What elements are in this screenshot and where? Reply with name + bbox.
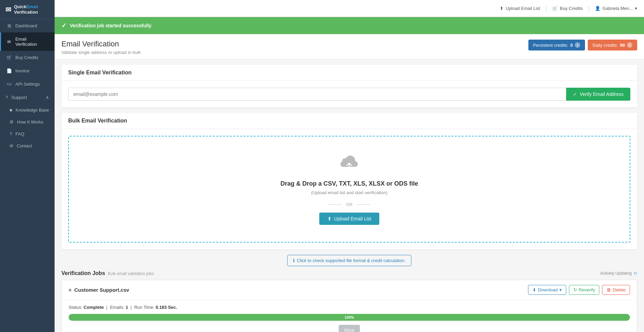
page-subtitle: Validate single address or upload in bul… bbox=[61, 50, 141, 55]
upload-icon: ⬆ bbox=[500, 6, 503, 11]
logo-text-quick: Quick bbox=[14, 4, 26, 9]
sidebar-item-buy-credits[interactable]: 🛒 Buy Credits bbox=[0, 51, 55, 64]
support-chevron-icon: ∧ bbox=[46, 95, 49, 100]
sidebar-item-dashboard[interactable]: ⊞ Dashboard bbox=[0, 19, 55, 32]
knowledge-base-icon: ■ bbox=[10, 107, 12, 113]
sidebar-item-dashboard-label: Dashboard bbox=[15, 23, 37, 28]
sidebar-item-faq-label: FAQ bbox=[15, 131, 24, 136]
app-logo: ✉ QuickEmailVerification bbox=[0, 0, 55, 19]
verify-btn-label: Verify Email Address bbox=[580, 91, 624, 97]
logo-text-verify: Verification bbox=[14, 10, 38, 15]
reverify-label: Reverify bbox=[579, 287, 595, 292]
main-content: ⬆ Upload Email List | 🛒 Buy Credits | 👤 … bbox=[55, 0, 644, 332]
bulk-email-card: Bulk Email Verification Drag & Drop a CS… bbox=[61, 113, 637, 249]
topbar: ⬆ Upload Email List | 🛒 Buy Credits | 👤 … bbox=[55, 0, 644, 17]
jobs-header: Verification Jobs Bulk email validation … bbox=[61, 270, 637, 276]
job-status: Complete bbox=[84, 305, 104, 310]
sidebar-item-invoice-label: Invoice bbox=[15, 68, 29, 73]
persistent-credits-info-icon[interactable]: i bbox=[575, 42, 580, 48]
faq-icon: ? bbox=[10, 131, 12, 136]
drop-zone-subtitle: (Upload email list and start verificatio… bbox=[76, 190, 623, 195]
progress-label: 100% bbox=[345, 315, 354, 319]
sidebar-item-email-verification-label: Email Verification bbox=[15, 37, 49, 47]
user-menu[interactable]: 👤 Gabriela Men... ▾ bbox=[595, 6, 637, 11]
logo-text-email: Email bbox=[26, 4, 38, 9]
sidebar-item-how-it-works[interactable]: ⚙ How It Works bbox=[0, 116, 55, 128]
daily-credits-info-icon[interactable]: i bbox=[627, 42, 632, 48]
verify-icon: ✓ bbox=[573, 91, 577, 97]
sidebar-item-email-verification[interactable]: ✉ Email Verification bbox=[0, 32, 55, 51]
single-email-card: Single Email Verification ✓ Verify Email… bbox=[61, 65, 637, 107]
delete-button[interactable]: 🗑 Delete bbox=[602, 285, 630, 295]
user-label: Gabriela Men... bbox=[602, 6, 633, 11]
job-actions: ⬇ Download ▾ ↻ Reverify 🗑 Delete bbox=[528, 285, 630, 295]
sidebar-item-api-settings-label: API Settings bbox=[15, 82, 40, 87]
page-header: Email Verification Validate single addre… bbox=[55, 34, 644, 59]
job-emails: 1 bbox=[126, 305, 128, 310]
upload-btn-label: Upload Email List bbox=[334, 216, 371, 221]
download-button[interactable]: ⬇ Download ▾ bbox=[528, 285, 566, 295]
success-banner: ✓ Verification job started successfully bbox=[55, 17, 644, 34]
how-it-works-icon: ⚙ bbox=[10, 119, 14, 125]
single-email-card-header: Single Email Verification bbox=[61, 65, 637, 81]
reverify-button[interactable]: ↻ Reverify bbox=[569, 285, 600, 295]
persistent-credits-count: 0 bbox=[570, 43, 573, 48]
invoice-icon: 📄 bbox=[6, 68, 12, 73]
refresh-icon: ↻ bbox=[634, 271, 637, 276]
credits-badges: Persistent credits: 0 i Daily credits: 9… bbox=[528, 40, 637, 50]
buy-credits-icon: 🛒 bbox=[6, 55, 12, 60]
jobs-title: Verification Jobs Bulk email validation … bbox=[61, 270, 154, 276]
daily-credits-count: 99 bbox=[620, 43, 625, 48]
sidebar-item-faq[interactable]: ? FAQ bbox=[0, 128, 55, 140]
upload-email-list-button[interactable]: ⬆ Upload Email List bbox=[319, 213, 380, 225]
sidebar-item-knowledge-base-label: Knowledge Base bbox=[16, 107, 49, 113]
job-card: ≡ Customer Support.csv ⬇ Download ▾ ↻ Re… bbox=[61, 280, 637, 332]
drop-zone-title: Drag & Drop a CSV, TXT, XLS, XLSX or ODS… bbox=[76, 180, 623, 187]
persistent-credits-label: Persistent credits: bbox=[533, 43, 568, 48]
more-button[interactable]: More bbox=[339, 325, 360, 332]
page-title: Email Verification bbox=[61, 40, 141, 48]
email-input[interactable] bbox=[68, 88, 566, 101]
reverify-icon: ↻ bbox=[573, 287, 577, 292]
logo-icon: ✉ bbox=[5, 5, 11, 14]
sidebar-item-contact-label: Contact bbox=[17, 143, 32, 148]
contact-icon: ✉ bbox=[10, 143, 13, 148]
buy-credits-topbar-link[interactable]: 🛒 Buy Credits bbox=[552, 6, 583, 11]
user-dropdown-icon: ▾ bbox=[635, 6, 637, 11]
sidebar-item-knowledge-base[interactable]: ■ Knowledge Base bbox=[0, 104, 55, 116]
dashboard-icon: ⊞ bbox=[6, 23, 12, 28]
support-icon: ? bbox=[5, 95, 8, 100]
jobs-title-text: Verification Jobs bbox=[61, 270, 105, 276]
email-verification-icon: ✉ bbox=[6, 39, 12, 44]
success-check-icon: ✓ bbox=[61, 22, 67, 29]
info-link-text: Click to check supported file format & c… bbox=[297, 258, 406, 263]
job-run-time: 0.183 Sec. bbox=[156, 305, 177, 310]
cart-icon: 🛒 bbox=[552, 6, 558, 11]
single-email-form: ✓ Verify Email Address bbox=[68, 88, 630, 101]
upload-email-list-link[interactable]: ⬆ Upload Email List bbox=[500, 6, 540, 11]
info-icon: ℹ bbox=[293, 258, 295, 263]
delete-label: Delete bbox=[613, 287, 626, 292]
verify-email-button[interactable]: ✓ Verify Email Address bbox=[566, 88, 630, 101]
buy-credits-topbar-label: Buy Credits bbox=[560, 6, 583, 11]
download-dropdown-icon: ▾ bbox=[559, 287, 562, 292]
actively-updating-indicator: Actively Updating ↻ bbox=[600, 271, 637, 276]
progress-bar: 100% bbox=[69, 314, 630, 321]
sidebar-item-contact[interactable]: ✉ Contact bbox=[0, 140, 55, 152]
file-format-info-link[interactable]: ℹ Click to check supported file format &… bbox=[287, 255, 411, 266]
job-name: ≡ Customer Support.csv bbox=[69, 287, 129, 293]
api-settings-icon: <> bbox=[6, 82, 12, 87]
persistent-credits-badge: Persistent credits: 0 i bbox=[528, 40, 585, 50]
bulk-email-card-body: Drag & Drop a CSV, TXT, XLS, XLSX or ODS… bbox=[61, 129, 637, 249]
job-file-icon: ≡ bbox=[69, 287, 72, 293]
or-divider: OR bbox=[76, 202, 623, 207]
single-email-card-body: ✓ Verify Email Address bbox=[61, 81, 637, 107]
topbar-divider-1: | bbox=[546, 6, 547, 11]
sidebar-item-api-settings[interactable]: <> API Settings bbox=[0, 77, 55, 91]
sidebar-item-invoice[interactable]: 📄 Invoice bbox=[0, 64, 55, 77]
delete-icon: 🗑 bbox=[606, 287, 611, 292]
file-drop-zone[interactable]: Drag & Drop a CSV, TXT, XLS, XLSX or ODS… bbox=[68, 136, 630, 243]
jobs-subtitle: Bulk email validation jobs bbox=[108, 271, 154, 276]
job-filename: Customer Support.csv bbox=[74, 287, 129, 293]
support-section-header[interactable]: ? Support ∧ bbox=[0, 91, 55, 104]
